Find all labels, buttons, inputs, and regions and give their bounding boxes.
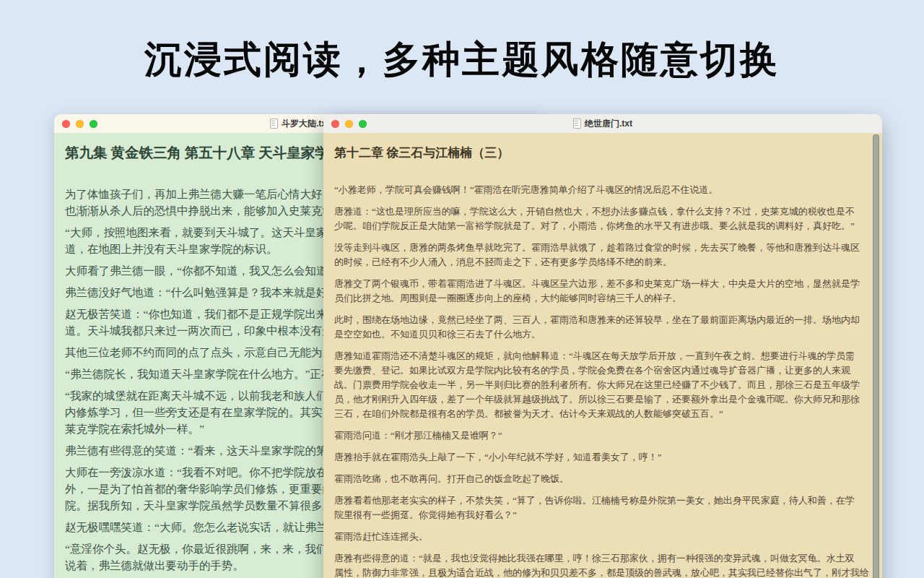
window-title: 绝世唐门.txt [573,118,632,130]
window-controls [54,120,97,128]
window-controls [323,120,367,128]
paragraph: 唐雅看着他那老老实实的样子，不禁失笑，“算了，告诉你啦。江楠楠号称是外院第一美女… [334,493,871,522]
text-line: 少呢。咱们学院反正是大陆第一富裕学院就是了。对了，小雨浩，你烤鱼的水平又有进步哦… [334,219,871,233]
window-title-text: 绝世唐门.txt [585,118,632,130]
text-line: 唐雅抬手就在霍雨浩头上敲了一下，“小小年纪就不学好，知道看美女了，哼！” [334,450,871,465]
text-line: 的时候，已经有不少人涌入，消息不胫而走之下，还有更多学员络绎不绝的前来。 [334,255,871,269]
page: 沉浸式阅读，多种主题风格随意切换 斗罗大陆.txt 第九集 黄金铁三角 第五十八… [0,0,924,578]
paragraph: 唐雅抬手就在霍雨浩头上敲了一下，“小小年纪就不学好，知道看美女了，哼！” [334,450,871,465]
text-line: 员，他才刚刚升入四年级，差了一个年级就算越级挑战了。所以徐三石要是输了，还要额外… [334,392,871,407]
text-line: 要先缴费、登记。如果比试双方是学院内比较有名的学员，学院会免费在各个宿舍区内通过… [334,363,871,378]
paragraph: 唐雅道：“这也是理所应当的嘛，学院这么大，开销自然也大，不想办法多赚点钱，拿什么… [334,204,871,233]
text-line: 没等走到斗魂区，唐雅的两条烤鱼早就吃完了。霍雨浩早就饿了，趁着路过食堂的时候，先… [334,241,871,255]
paragraph: 霍雨浩问道：“刚才那江楠楠又是谁啊？” [334,428,871,443]
paragraph: 霍雨浩吃痛，也不敢再问。打开自己的饭盒吃起了晚饭。 [334,472,871,486]
text-line: 唐雅道：“这也是理所应当的嘛，学院这么大，开销自然也大，不想办法多赚点钱，拿什么… [334,204,871,219]
text-line: 唐雅看着他那老老实实的样子，不禁失笑，“算了，告诉你啦。江楠楠号称是外院第一美女… [334,493,871,508]
text-line: 唐雅知道霍雨浩还不清楚斗魂区的规矩，就向他解释道：“斗魂区在每天放学后开放，一直… [334,349,871,363]
text-line: 战。门票费用学院会收走一半，另一半则归比赛的胜利者所有。你大师兄在这里已经赚了不… [334,378,871,392]
text-line: “小雅老师，学院可真会赚钱啊！”霍雨浩在听完唐雅简单介绍了斗魂区的情况后忍不住说… [334,183,871,197]
page-headline: 沉浸式阅读，多种主题风格随意切换 [0,35,924,85]
text-line: 此时，围绕在场地边缘，竟然已经坐了两、三百人，霍雨浩和唐雅来的还算较早，坐在了最… [334,313,871,327]
text-line: 是空空如也。不知道贝贝和徐三石去了什么地方。 [334,327,871,342]
close-button[interactable] [62,120,70,128]
text-line: 霍雨浩问道：“刚才那江楠楠又是谁啊？” [334,428,871,443]
right-window-body: “小雅老师，学院可真会赚钱啊！”霍雨浩在听完唐雅简单介绍了斗魂区的情况后忍不住说… [334,183,871,578]
close-button[interactable] [331,120,339,128]
window-title-text: 斗罗大陆.txt [282,118,329,130]
chapter-heading: 第十二章 徐三石与江楠楠（三） [334,144,871,161]
paragraph: 没等走到斗魂区，唐雅的两条烤鱼早就吃完了。霍雨浩早就饿了，趁着路过食堂的时候，先… [334,241,871,269]
minimize-button[interactable] [76,120,84,128]
document-icon [573,118,581,129]
text-line: 霍雨浩吃痛，也不敢再问。打开自己的饭盒吃起了晚饭。 [334,472,871,486]
zoom-button[interactable] [359,120,367,128]
cream-window-titlebar[interactable]: 绝世唐门.txt [323,114,882,134]
text-line: 唐雅有些得意的道：“就是，我也没觉得她比我强在哪里，哼！徐三石那家伙，拥有一种很… [334,551,871,566]
text-line: 属性，防御力非常强，且极为适合近战，他的修为和贝贝差不多，都是顶级的兽武魂，放心… [334,566,871,578]
text-line: 唐雅交了两个银魂币，带着霍雨浩进了斗魂区。斗魂区呈六边形，差不多和史莱克广场一样… [334,277,871,291]
paragraph: 此时，围绕在场地边缘，竟然已经坐了两、三百人，霍雨浩和唐雅来的还算较早，坐在了最… [334,313,871,342]
paragraph: 唐雅有些得意的道：“就是，我也没觉得她比我强在哪里，哼！徐三石那家伙，拥有一种很… [334,551,871,578]
scrollbar-thumb[interactable] [873,134,879,578]
paragraph: 唐雅知道霍雨浩还不清楚斗魂区的规矩，就向他解释道：“斗魂区在每天放学后开放，一直… [334,349,871,421]
reader-content-cream: 第十二章 徐三石与江楠楠（三） “小雅老师，学院可真会赚钱啊！”霍雨浩在听完唐雅… [323,133,882,578]
reader-window-cream: 绝世唐门.txt 第十二章 徐三石与江楠楠（三） “小雅老师，学院可真会赚钱啊！… [323,114,882,578]
text-line: 霍雨浩赶忙连连摇头。 [334,530,871,544]
paragraph: 霍雨浩赶忙连连摇头。 [334,530,871,544]
text-line: 院里很有一些拥趸。你觉得她有我好看么？” [334,508,871,522]
text-line: 员们比拼之地。周围则是一圈圈逐步向上的座椅，大约能够同时容纳三千人的样子。 [334,291,871,306]
window-title: 斗罗大陆.txt [270,118,329,130]
paragraph: 唐雅交了两个银魂币，带着霍雨浩进了斗魂区。斗魂区呈六边形，差不多和史莱克广场一样… [334,277,871,306]
minimize-button[interactable] [345,120,353,128]
text-line: 三石，在咱们外院都是很有名的学员。都被誉为天才。估计今天来观战的人数能够突破五百… [334,407,871,421]
document-icon [270,118,278,129]
zoom-button[interactable] [90,120,97,128]
paragraph: “小雅老师，学院可真会赚钱啊！”霍雨浩在听完唐雅简单介绍了斗魂区的情况后忍不住说… [334,183,871,197]
